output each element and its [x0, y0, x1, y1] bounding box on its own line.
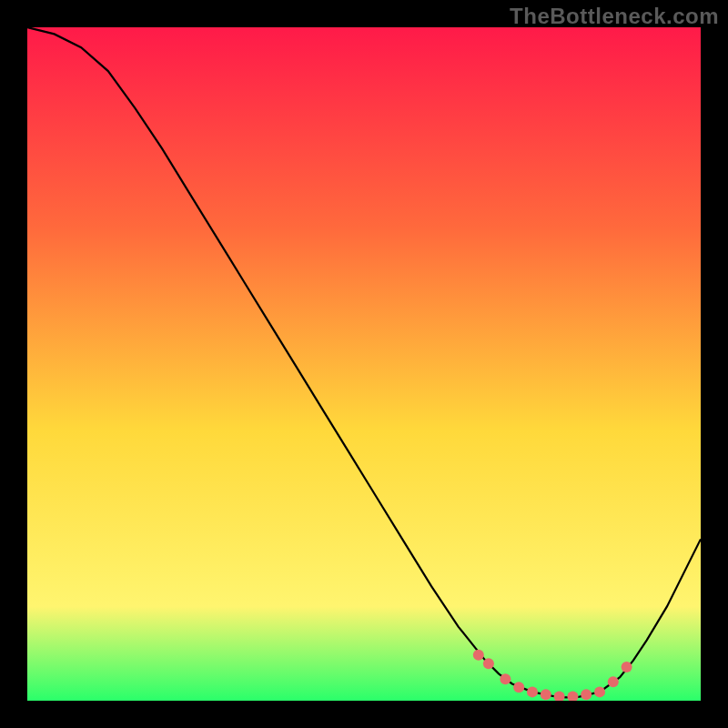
watermark-text: TheBottleneck.com [510, 4, 719, 29]
plot-area [27, 27, 701, 701]
marker-dot [500, 673, 511, 684]
marker-dot [483, 658, 494, 669]
gradient-background [27, 27, 701, 701]
bottleneck-chart-svg [27, 27, 701, 701]
marker-dot [541, 689, 551, 700]
marker-dot [527, 686, 538, 697]
chart-frame: TheBottleneck.com [0, 0, 728, 728]
marker-dot [622, 662, 632, 672]
marker-dot [608, 676, 619, 687]
marker-dot [581, 689, 592, 700]
marker-dot [473, 650, 484, 661]
marker-dot [513, 682, 524, 693]
marker-dot [594, 686, 605, 697]
